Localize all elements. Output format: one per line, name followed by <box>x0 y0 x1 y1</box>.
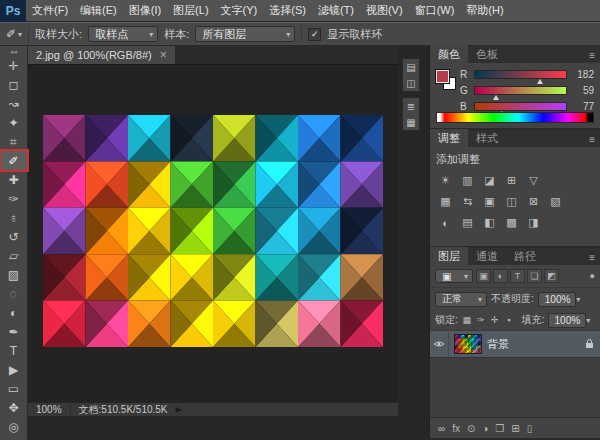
color-balance-icon[interactable]: ⇆ <box>458 193 477 210</box>
channel-slider-thumb[interactable] <box>493 95 499 100</box>
lock-image-pixels-icon[interactable]: ✑ <box>475 314 487 326</box>
channel-value[interactable]: 59 <box>572 85 594 96</box>
panel-menu-icon[interactable]: ≡ <box>589 252 600 265</box>
filter-shape-layers-icon[interactable]: ❏ <box>527 269 542 283</box>
brightness-contrast-icon[interactable]: ☀ <box>436 172 455 189</box>
color-spectrum-ramp[interactable] <box>436 112 594 123</box>
brush-tool-icon[interactable]: ✑ <box>1 189 27 208</box>
sample-layers-dropdown[interactable]: 所有图层 ▾ <box>195 26 295 42</box>
menu-item[interactable]: 文件(F) <box>26 0 74 21</box>
move-tool-icon[interactable]: ✛ <box>1 56 27 75</box>
lock-position-icon[interactable]: ✛ <box>489 314 501 326</box>
filter-type-layers-icon[interactable]: T <box>510 269 525 283</box>
lock-all-icon[interactable]: ▪ <box>503 314 515 326</box>
collapsed-panel-info-icon[interactable]: ▤ <box>403 59 419 75</box>
status-arrow-icon[interactable]: ▶ <box>176 405 182 414</box>
collapsed-panel-properties-icon[interactable]: ◫ <box>403 75 419 91</box>
channel-value[interactable]: 182 <box>572 69 594 80</box>
eyedropper-tool-icon[interactable]: ✐ <box>1 151 27 170</box>
tab-paths[interactable]: 路径 <box>506 247 544 265</box>
curves-icon[interactable]: ◪ <box>480 172 499 189</box>
clone-stamp-tool-icon[interactable]: ♁ <box>1 208 27 227</box>
blur-tool-icon[interactable]: ◌ <box>1 284 27 303</box>
selective-color-icon[interactable]: ◨ <box>524 214 543 231</box>
menu-item[interactable]: 编辑(E) <box>74 0 123 21</box>
tool-preset-picker[interactable]: ✐ ▾ <box>6 25 29 43</box>
new-group-icon[interactable]: ❐ <box>495 423 504 434</box>
threshold-icon[interactable]: ◧ <box>480 214 499 231</box>
vibrance-icon[interactable]: ▽ <box>524 172 543 189</box>
pen-tool-icon[interactable]: ✒ <box>1 322 27 341</box>
channel-slider-thumb[interactable] <box>537 79 543 84</box>
filter-pixel-layers-icon[interactable]: ▣ <box>476 269 491 283</box>
layer-row-background[interactable]: 背景 <box>430 330 600 358</box>
layer-filter-dropdown[interactable]: ▣ ▾ <box>435 269 473 283</box>
hue-saturation-icon[interactable]: ▦ <box>436 193 455 210</box>
foreground-swatch[interactable] <box>436 70 449 83</box>
menu-item[interactable]: 窗口(W) <box>409 0 461 21</box>
channel-mixer-icon[interactable]: ⊠ <box>524 193 543 210</box>
channel-slider[interactable] <box>474 70 567 79</box>
new-layer-icon[interactable]: ⊞ <box>511 423 519 434</box>
layer-visibility-toggle[interactable] <box>430 331 449 357</box>
collapsed-panel-history-icon[interactable]: ≣ <box>403 98 419 114</box>
channel-value[interactable]: 77 <box>572 101 594 112</box>
document-tab[interactable]: 2.jpg @ 100%(RGB/8#) × <box>28 46 175 64</box>
collapsed-panel-swatches-icon[interactable]: ▦ <box>403 114 419 130</box>
layer-filter-toggle-icon[interactable]: ● <box>590 271 595 281</box>
hand-tool-icon[interactable]: ✥ <box>1 398 27 417</box>
filter-adjustment-layers-icon[interactable]: ◐ <box>493 269 508 283</box>
show-sampling-ring-checkbox[interactable]: ✓ <box>308 28 321 41</box>
layer-style-icon[interactable]: fx <box>452 423 460 434</box>
path-selection-tool-icon[interactable]: ▶ <box>1 360 27 379</box>
close-icon[interactable]: × <box>160 49 167 61</box>
quick-selection-tool-icon[interactable]: ✦ <box>1 113 27 132</box>
invert-icon[interactable]: ◐ <box>436 214 455 231</box>
menu-item[interactable]: 帮助(H) <box>460 0 509 21</box>
zoom-tool-icon[interactable]: ◎ <box>1 417 27 436</box>
channel-slider[interactable] <box>474 86 567 95</box>
link-layers-icon[interactable]: ∞ <box>438 423 445 434</box>
new-adjustment-layer-icon[interactable]: ◑ <box>482 423 488 434</box>
add-layer-mask-icon[interactable]: ⊙ <box>467 423 475 434</box>
menu-item[interactable]: 滤镜(T) <box>312 0 360 21</box>
canvas-area[interactable] <box>28 65 398 402</box>
crop-tool-icon[interactable]: ⌗ <box>1 132 27 151</box>
filter-smart-objects-icon[interactable]: ◩ <box>544 269 559 283</box>
history-brush-tool-icon[interactable]: ↺ <box>1 227 27 246</box>
marquee-tool-icon[interactable]: ◻ <box>1 75 27 94</box>
type-tool-icon[interactable]: T <box>1 341 27 360</box>
gradient-tool-icon[interactable]: ▨ <box>1 265 27 284</box>
tab-adjustments[interactable]: 调整 <box>430 129 468 147</box>
dodge-tool-icon[interactable]: ◐ <box>1 303 27 322</box>
delete-layer-icon[interactable]: ▯ <box>527 423 533 434</box>
menu-item[interactable]: 文字(Y) <box>215 0 264 21</box>
panel-menu-icon[interactable]: ≡ <box>589 50 600 63</box>
eraser-tool-icon[interactable]: ▱ <box>1 246 27 265</box>
exposure-icon[interactable]: ⊞ <box>502 172 521 189</box>
tab-styles[interactable]: 样式 <box>468 129 506 147</box>
sample-size-dropdown[interactable]: 取样点 ▾ <box>88 26 158 42</box>
menu-item[interactable]: 选择(S) <box>263 0 312 21</box>
tab-swatches[interactable]: 色板 <box>468 45 506 63</box>
layer-thumbnail[interactable] <box>454 334 482 354</box>
shape-tool-icon[interactable]: ▭ <box>1 379 27 398</box>
black-white-icon[interactable]: ▣ <box>480 193 499 210</box>
fill-dropdown[interactable]: 100% ▾ <box>548 313 586 328</box>
layer-list-empty-area[interactable] <box>430 358 600 417</box>
photo-filter-icon[interactable]: ◫ <box>502 193 521 210</box>
toolbar-collapse-icon[interactable]: ◂◂ <box>10 47 17 56</box>
panel-menu-icon[interactable]: ≡ <box>589 134 600 147</box>
canvas-image[interactable] <box>43 115 383 347</box>
lock-transparent-pixels-icon[interactable]: ▦ <box>461 314 473 326</box>
menu-item[interactable]: 视图(V) <box>360 0 409 21</box>
opacity-dropdown[interactable]: 100% ▾ <box>538 292 576 307</box>
tab-color[interactable]: 颜色 <box>430 45 468 63</box>
lasso-tool-icon[interactable]: ↝ <box>1 94 27 113</box>
channel-slider[interactable] <box>474 102 567 111</box>
menu-item[interactable]: 图层(L) <box>167 0 214 21</box>
gradient-map-icon[interactable]: ▩ <box>502 214 521 231</box>
healing-brush-tool-icon[interactable]: ✚ <box>1 170 27 189</box>
color-lookup-icon[interactable]: ▧ <box>546 193 565 210</box>
tab-channels[interactable]: 通道 <box>468 247 506 265</box>
